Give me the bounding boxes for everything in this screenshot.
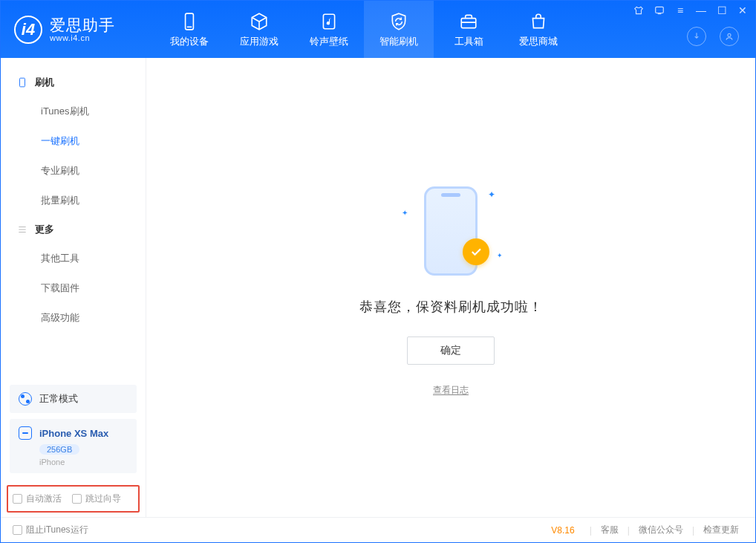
sidebar: 刷机 iTunes刷机 一键刷机 专业刷机 批量刷机 更多 其他工具 下载固件 … (1, 58, 146, 517)
logo-icon: i4 (14, 16, 42, 44)
checkbox-label: 阻止iTunes运行 (26, 524, 88, 536)
nav-label: 智能刷机 (379, 35, 418, 48)
shield-refresh-icon (388, 11, 409, 32)
sidebar-item-pro-flash[interactable]: 专业刷机 (1, 156, 146, 186)
sidebar-item-batch-flash[interactable]: 批量刷机 (1, 186, 146, 215)
section-title: 刷机 (35, 76, 54, 89)
svg-rect-1 (187, 26, 192, 27)
app-title: 爱思助手 (50, 16, 115, 33)
main-panel: ✦ ✦ ✦ 恭喜您，保资料刷机成功啦！ 确定 查看日志 (146, 58, 755, 517)
svg-rect-6 (20, 78, 25, 87)
device-small-icon (19, 426, 32, 440)
header: i4 爱思助手 www.i4.cn 我的设备 应用游戏 铃声壁纸 智能刷机 (1, 1, 755, 58)
svg-point-5 (728, 33, 731, 36)
ok-button[interactable]: 确定 (407, 336, 495, 365)
version-label: V8.16 (551, 525, 574, 536)
footer-link-wechat[interactable]: 微信公众号 (634, 524, 688, 536)
sidebar-item-download-firmware[interactable]: 下载固件 (1, 273, 146, 303)
view-log-link[interactable]: 查看日志 (433, 384, 469, 397)
mode-label: 正常模式 (39, 392, 78, 406)
section-title: 更多 (35, 223, 54, 236)
logo-block: i4 爱思助手 www.i4.cn (1, 1, 154, 58)
device-capacity: 256GB (39, 444, 79, 455)
footer-link-support[interactable]: 客服 (596, 524, 623, 536)
svg-rect-4 (656, 7, 664, 13)
list-icon (17, 224, 27, 235)
phone-outline-icon (17, 77, 27, 88)
device-card[interactable]: iPhone XS Max 256GB iPhone (10, 419, 137, 473)
footer-link-update[interactable]: 检查更新 (699, 524, 743, 536)
download-icon[interactable] (687, 27, 706, 46)
checkbox-icon (72, 494, 82, 504)
checkbox-icon (13, 494, 22, 504)
sparkle-icon: ✦ (402, 209, 408, 217)
device-name: iPhone XS Max (39, 428, 108, 439)
cube-icon (249, 11, 270, 32)
device-mode-status[interactable]: 正常模式 (10, 385, 137, 413)
app-subtitle: www.i4.cn (50, 33, 115, 42)
nav-label: 铃声壁纸 (310, 35, 348, 48)
music-file-icon (319, 11, 339, 32)
flash-options-box: 自动激活 跳过向导 (7, 485, 140, 513)
sparkle-icon: ✦ (497, 252, 503, 259)
nav-label: 爱思商城 (519, 35, 558, 48)
mode-icon (19, 392, 32, 406)
feedback-icon[interactable] (653, 4, 666, 17)
menu-icon[interactable]: ≡ (674, 4, 687, 17)
shopping-bag-icon (528, 11, 549, 32)
sparkle-icon: ✦ (488, 189, 495, 200)
window-controls: ≡ ― ☐ ✕ (632, 4, 749, 17)
nav-label: 我的设备 (170, 35, 209, 48)
checkbox-label: 自动激活 (26, 492, 62, 505)
check-badge-icon (463, 238, 489, 265)
footer: 阻止iTunes运行 V8.16 | 客服 | 微信公众号 | 检查更新 (1, 517, 755, 542)
user-icon[interactable] (720, 27, 739, 46)
nav-label: 工具箱 (454, 35, 483, 48)
nav-label: 应用游戏 (240, 35, 278, 48)
sidebar-section-more: 更多 (1, 215, 146, 244)
checkbox-block-itunes[interactable]: 阻止iTunes运行 (13, 524, 88, 536)
nav-apps-games[interactable]: 应用游戏 (224, 1, 294, 58)
checkbox-label: 跳过向导 (85, 492, 121, 505)
skin-icon[interactable] (632, 4, 645, 17)
device-type: iPhone (39, 458, 65, 466)
sidebar-item-itunes-flash[interactable]: iTunes刷机 (1, 97, 146, 126)
success-illustration: ✦ ✦ ✦ (399, 179, 503, 283)
nav-smart-flash[interactable]: 智能刷机 (364, 1, 434, 58)
device-icon (179, 11, 200, 32)
success-message: 恭喜您，保资料刷机成功啦！ (359, 298, 543, 316)
sidebar-section-flash: 刷机 (1, 68, 146, 97)
minimize-button[interactable]: ― (694, 4, 708, 17)
top-nav: 我的设备 应用游戏 铃声壁纸 智能刷机 工具箱 爱思商城 (154, 1, 573, 58)
toolbox-icon (458, 11, 479, 32)
sidebar-item-advanced[interactable]: 高级功能 (1, 303, 146, 333)
svg-rect-3 (461, 18, 476, 27)
body: 刷机 iTunes刷机 一键刷机 专业刷机 批量刷机 更多 其他工具 下载固件 … (1, 58, 755, 517)
nav-toolbox[interactable]: 工具箱 (434, 1, 504, 58)
nav-ringtones[interactable]: 铃声壁纸 (294, 1, 364, 58)
checkbox-auto-activate[interactable]: 自动激活 (13, 492, 62, 505)
app-window: i4 爱思助手 www.i4.cn 我的设备 应用游戏 铃声壁纸 智能刷机 (0, 0, 756, 543)
nav-my-device[interactable]: 我的设备 (154, 1, 224, 58)
checkbox-icon (13, 525, 22, 535)
maximize-button[interactable]: ☐ (715, 4, 729, 17)
nav-store[interactable]: 爱思商城 (504, 1, 573, 58)
close-button[interactable]: ✕ (736, 4, 749, 17)
sidebar-item-other-tools[interactable]: 其他工具 (1, 244, 146, 273)
sidebar-item-oneclick-flash[interactable]: 一键刷机 (1, 126, 146, 156)
header-action-icons (687, 27, 739, 46)
checkbox-skip-guide[interactable]: 跳过向导 (72, 492, 121, 505)
